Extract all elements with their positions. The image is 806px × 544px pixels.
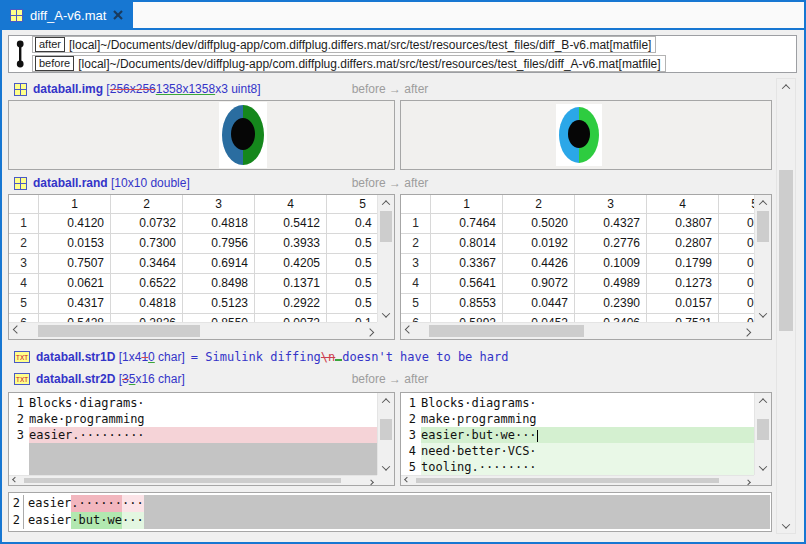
scroll-left-button[interactable]: [401, 476, 413, 485]
table-horizontal-scrollbar[interactable]: [9, 322, 377, 339]
line-number: 2: [10, 512, 24, 529]
scroll-track[interactable]: [755, 210, 771, 307]
before-path-field[interactable]: before [local]~/Documents/dev/diffplug-a…: [32, 55, 666, 72]
scroll-track[interactable]: [24, 323, 362, 339]
scroll-track[interactable]: [378, 408, 394, 460]
tab-close-icon[interactable]: [113, 10, 123, 20]
scroll-thumb[interactable]: [757, 211, 769, 242]
table-row: 40.56410.90720.49890.12730.7: [401, 274, 754, 294]
app-window: diff_A-v6.mat after [local]~/Documents/d…: [0, 0, 806, 544]
column-header: 1: [431, 195, 503, 213]
str2d-before-lines[interactable]: 1Blocks·diagrams·2make·programming3easie…: [9, 393, 377, 475]
scroll-thumb[interactable]: [429, 325, 584, 337]
scroll-thumb[interactable]: [380, 211, 392, 242]
scroll-thumb[interactable]: [757, 419, 769, 440]
chevron-down-icon: [759, 309, 767, 317]
scroll-left-button[interactable]: [401, 323, 416, 339]
table-cell: 0.0452: [503, 314, 575, 322]
main-vertical-scrollbar[interactable]: [776, 78, 796, 534]
scroll-track[interactable]: [413, 476, 742, 485]
table-cell: 0.4205: [255, 254, 327, 273]
scroll-track[interactable]: [777, 94, 795, 518]
table-vertical-scrollbar[interactable]: [377, 195, 394, 322]
table-vertical-scrollbar[interactable]: [754, 195, 771, 322]
table-cell: 0.0: [719, 234, 754, 253]
str2d-after-lines[interactable]: 1Blocks·diagrams·2make·programming3easie…: [401, 393, 754, 475]
scroll-left-button[interactable]: [9, 476, 21, 485]
line-number: 2: [403, 411, 416, 427]
changed-segment-text: .······: [71, 495, 122, 512]
chevron-up-icon: [382, 200, 390, 208]
column-header: 3: [183, 195, 255, 213]
scroll-down-button[interactable]: [755, 460, 771, 475]
text-horizontal-scrollbar[interactable]: [401, 475, 754, 485]
chevron-left-icon: [404, 325, 412, 333]
after-path-field[interactable]: after [local]~/Documents/dev/diffplug-ap…: [32, 36, 656, 53]
scroll-down-button[interactable]: [777, 518, 795, 533]
table-row: 50.43170.48180.51230.29220.5: [9, 294, 377, 314]
row-header: 3: [9, 254, 39, 273]
column-header: 1: [39, 195, 111, 213]
scroll-track[interactable]: [21, 476, 365, 485]
table-cell: 0.5123: [183, 294, 255, 313]
tab-title: diff_A-v6.mat: [30, 8, 106, 23]
scroll-left-button[interactable]: [9, 323, 24, 339]
scroll-down-button[interactable]: [378, 307, 394, 322]
common-suffix-text: ···: [122, 512, 144, 529]
table-horizontal-scrollbar[interactable]: [401, 322, 754, 339]
scroll-right-button[interactable]: [739, 323, 754, 339]
rand-section-header: databall.rand [10x10 double] before → af…: [8, 172, 772, 194]
scroll-thumb[interactable]: [779, 170, 793, 331]
text-vertical-scrollbar[interactable]: [754, 393, 771, 475]
scroll-track[interactable]: [416, 323, 739, 339]
table-cell: 0.2776: [575, 234, 647, 253]
scrollbar-corner: [754, 322, 771, 339]
direction-label: before → after: [352, 372, 429, 386]
text-vertical-scrollbar[interactable]: [377, 393, 394, 475]
scroll-up-button[interactable]: [755, 195, 771, 210]
row-header: 1: [9, 214, 39, 233]
line-text: Blocks·diagrams·: [29, 395, 377, 411]
scroll-right-button[interactable]: [742, 476, 754, 485]
table-cell: 0.4120: [39, 214, 111, 233]
iris-after-image: [556, 104, 602, 166]
scroll-up-button[interactable]: [378, 393, 394, 408]
removed-newline: \n: [321, 350, 335, 364]
table-cell: 0.5: [327, 274, 377, 293]
scroll-right-button[interactable]: [365, 476, 377, 485]
tab-diff-file[interactable]: diff_A-v6.mat: [2, 2, 133, 28]
table-cell: 0.4317: [39, 294, 111, 313]
scroll-up-button[interactable]: [755, 393, 771, 408]
line-text: Blocks·diagrams·: [421, 395, 754, 411]
scroll-track[interactable]: [378, 210, 394, 307]
text-horizontal-scrollbar[interactable]: [9, 475, 377, 485]
scroll-up-button[interactable]: [378, 195, 394, 210]
rand-before-table[interactable]: 1234510.41200.07320.48180.54120.420.0153…: [9, 195, 377, 322]
scroll-thumb[interactable]: [38, 325, 200, 337]
scroll-track[interactable]: [755, 408, 771, 460]
diff-content-area: databall.img [256x2561358x1358x3 uint8] …: [8, 78, 798, 536]
matrix-grid-icon: [14, 83, 27, 96]
inline-diff-pane: 2easier.·········2easier·but·we···: [8, 492, 772, 532]
row-header: 3: [401, 254, 431, 273]
scroll-up-button[interactable]: [777, 79, 795, 94]
txt-file-icon: TXT: [14, 373, 30, 385]
common-suffix-text: ···: [122, 495, 144, 512]
img-section-header: databall.img [256x2561358x1358x3 uint8] …: [8, 78, 772, 100]
scroll-thumb[interactable]: [380, 419, 392, 440]
line-number: 3: [403, 427, 416, 443]
rand-after-table[interactable]: 1234510.74640.50200.43270.38070.120.8014…: [401, 195, 754, 322]
before-tag[interactable]: before: [35, 56, 74, 71]
scroll-thumb[interactable]: [416, 478, 719, 483]
table-header-row: 12345: [401, 195, 754, 214]
column-header: 2: [111, 195, 183, 213]
str1d-section-header: TXT databall.str1D [1x410 char] = Simuli…: [8, 346, 772, 368]
scroll-down-button[interactable]: [378, 460, 394, 475]
scroll-down-button[interactable]: [755, 307, 771, 322]
scroll-thumb[interactable]: [24, 478, 340, 483]
table-cell: 0.0072: [255, 314, 327, 322]
table-cell: 0.1273: [647, 274, 719, 293]
str2d-before-panel: 1Blocks·diagrams·2make·programming3easie…: [8, 392, 395, 486]
after-tag[interactable]: after: [35, 37, 65, 52]
scroll-right-button[interactable]: [362, 323, 377, 339]
